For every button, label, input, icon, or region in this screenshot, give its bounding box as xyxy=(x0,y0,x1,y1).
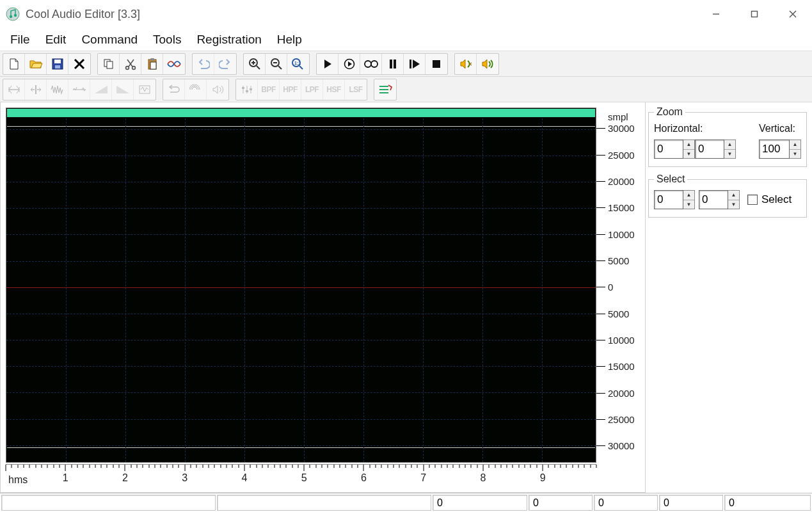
svg-line-14 xyxy=(127,60,132,67)
menu-help[interactable]: Help xyxy=(269,30,310,49)
x-tick-label: 5 xyxy=(301,472,307,484)
spinner-down-icon[interactable]: ▼ xyxy=(683,150,694,159)
y-tick-label: 25000 xyxy=(608,414,635,425)
spinner-up-icon[interactable]: ▲ xyxy=(683,191,694,200)
spinner-up-icon[interactable]: ▲ xyxy=(724,140,735,150)
equalizer-button[interactable] xyxy=(236,79,258,100)
select-legend: Select xyxy=(654,173,687,185)
minimize-button[interactable] xyxy=(697,0,735,28)
save-button[interactable] xyxy=(47,54,68,74)
amplitude-unit-label: smpl xyxy=(608,111,628,122)
spinner-down-icon[interactable]: ▼ xyxy=(683,200,694,209)
zoom-in-button[interactable] xyxy=(244,54,266,74)
status-cell-5: 0 xyxy=(594,495,658,511)
select-start-input[interactable] xyxy=(654,190,683,209)
hsf-filter-button[interactable]: HSF xyxy=(323,79,345,100)
zoom-vertical-input[interactable] xyxy=(759,140,790,159)
svg-point-2 xyxy=(14,14,17,17)
normalize-button[interactable] xyxy=(134,79,155,100)
select-end-spinner[interactable]: ▲▼ xyxy=(699,190,740,209)
y-tick-label: 5000 xyxy=(608,255,629,266)
svg-rect-49 xyxy=(246,90,248,92)
y-tick-label: 25000 xyxy=(608,150,635,161)
bpf-filter-button[interactable]: BPF xyxy=(258,79,280,100)
svg-rect-19 xyxy=(150,58,154,61)
close-file-button[interactable] xyxy=(68,54,90,74)
stop-button[interactable] xyxy=(426,54,447,74)
fade-out-button[interactable] xyxy=(112,79,134,100)
spinner-down-icon[interactable]: ▼ xyxy=(724,150,735,159)
svg-rect-12 xyxy=(104,60,110,67)
x-tick-label: 2 xyxy=(122,472,128,484)
svg-line-26 xyxy=(278,66,282,69)
noise-button[interactable] xyxy=(47,79,68,100)
menu-file[interactable]: File xyxy=(3,30,38,49)
hpf-filter-button[interactable]: HPF xyxy=(280,79,301,100)
loop-button[interactable] xyxy=(360,54,382,74)
checkbox-box-icon[interactable] xyxy=(747,195,758,205)
lpf-filter-button[interactable]: LPF xyxy=(301,79,323,100)
app-icon xyxy=(5,6,20,22)
menu-registration[interactable]: Registration xyxy=(189,30,269,49)
zoom-horizontal-end-input[interactable] xyxy=(695,140,724,159)
side-panel: Zoom Horizontal: ▲▼ ▲▼ xyxy=(646,102,812,493)
svg-point-28 xyxy=(292,59,300,67)
echo-button[interactable] xyxy=(185,79,207,100)
menu-bar: File Edit Command Tools Registration Hel… xyxy=(0,28,812,51)
svg-point-16 xyxy=(125,66,129,69)
time-unit-label: hms xyxy=(8,474,28,486)
y-tick-label: 0 xyxy=(608,282,613,292)
pause-button[interactable] xyxy=(382,54,404,74)
zoom-horizontal-start-input[interactable] xyxy=(654,140,683,159)
zoom-vertical-spinner[interactable]: ▲▼ xyxy=(759,140,801,159)
reverse-button[interactable] xyxy=(163,79,185,100)
maximize-button[interactable] xyxy=(735,0,774,28)
spinner-up-icon[interactable]: ▲ xyxy=(728,191,739,200)
amplify-button[interactable] xyxy=(207,79,228,100)
undo-button[interactable] xyxy=(193,54,214,74)
cut-button[interactable] xyxy=(120,54,141,74)
svg-rect-44 xyxy=(139,86,150,93)
y-tick-label: 20000 xyxy=(608,388,635,399)
close-window-button[interactable] xyxy=(774,0,812,28)
play-button[interactable] xyxy=(317,54,338,74)
select-groupbox: Select ▲▼ ▲▼ Select xyxy=(648,173,807,218)
spinner-up-icon[interactable]: ▲ xyxy=(683,140,694,150)
spinner-down-icon[interactable]: ▼ xyxy=(728,200,739,209)
select-end-input[interactable] xyxy=(699,190,728,209)
redo-button[interactable] xyxy=(214,54,236,74)
lsf-filter-button[interactable]: LSF xyxy=(345,79,367,100)
select-checkbox-label: Select xyxy=(761,193,792,206)
select-checkbox[interactable]: Select xyxy=(747,193,792,206)
svg-line-10 xyxy=(75,60,84,68)
zoom-horizontal-end-spinner[interactable]: ▲▼ xyxy=(695,140,736,159)
effects-menu-button[interactable] xyxy=(374,79,396,100)
spinner-down-icon[interactable]: ▼ xyxy=(790,150,800,159)
waveform-canvas[interactable] xyxy=(6,108,596,463)
svg-marker-39 xyxy=(413,60,420,68)
y-tick-label: 10000 xyxy=(608,335,635,346)
spinner-up-icon[interactable]: ▲ xyxy=(790,140,800,150)
silence-button[interactable] xyxy=(68,79,90,100)
trim-button[interactable] xyxy=(25,79,47,100)
select-start-spinner[interactable]: ▲▼ xyxy=(654,190,695,209)
zoom-out-button[interactable] xyxy=(266,54,287,74)
zoom-selection-button[interactable]: 1:1 xyxy=(287,54,309,74)
play-looped-button[interactable] xyxy=(338,54,360,74)
new-file-button[interactable] xyxy=(3,54,25,74)
menu-command[interactable]: Command xyxy=(74,30,145,49)
menu-tools[interactable]: Tools xyxy=(145,30,189,49)
stretch-button[interactable] xyxy=(3,79,25,100)
play-to-end-button[interactable] xyxy=(404,54,426,74)
svg-rect-8 xyxy=(54,60,61,63)
waveform-overview-bar[interactable] xyxy=(7,109,595,118)
speaker-swap-button[interactable] xyxy=(455,54,477,74)
open-file-button[interactable] xyxy=(25,54,47,74)
speaker-button[interactable] xyxy=(477,54,498,74)
fade-in-button[interactable] xyxy=(90,79,112,100)
zoom-horizontal-start-spinner[interactable]: ▲▼ xyxy=(654,140,695,159)
paste-button[interactable] xyxy=(141,54,163,74)
menu-edit[interactable]: Edit xyxy=(38,30,74,49)
mix-paste-button[interactable] xyxy=(163,54,185,74)
copy-button[interactable] xyxy=(98,54,120,74)
